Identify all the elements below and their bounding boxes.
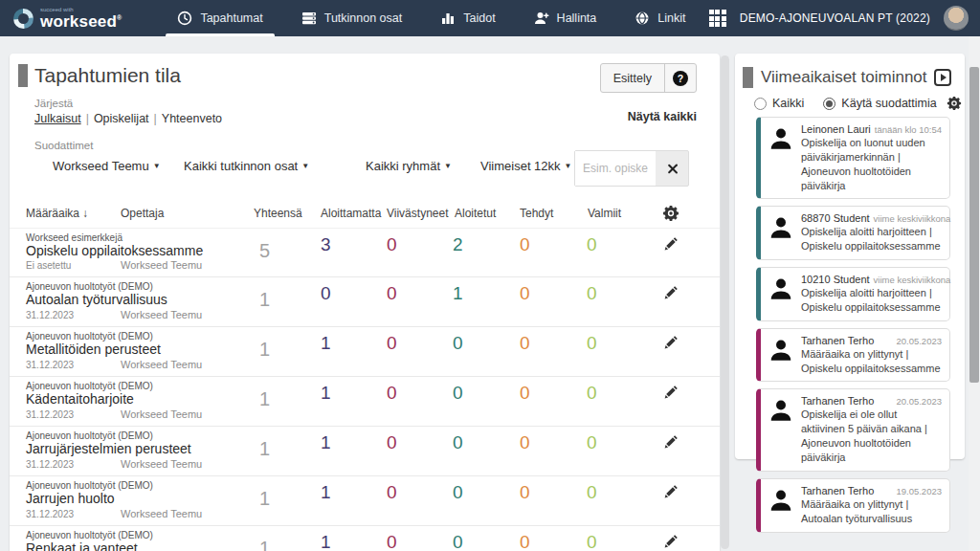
edit-pencil-icon[interactable] — [663, 385, 679, 400]
activity-user: Tarhanen Terho — [801, 395, 874, 407]
stat-delayed: 0 — [387, 533, 446, 551]
row-teacher: Workseed Teemu — [121, 309, 202, 320]
sort-option-opiskelijat[interactable]: Opiskelijat — [94, 112, 149, 125]
user-avatar[interactable] — [944, 6, 969, 31]
table-row[interactable]: Ajoneuvon huoltotyöt (DEMO) Metallitöide… — [10, 327, 720, 377]
sort-option-yhteenveto[interactable]: Yhteenveto — [162, 112, 222, 125]
panel-scrollbar-thumb[interactable] — [721, 55, 729, 549]
column-valmiit[interactable]: Valmiit — [588, 207, 621, 220]
stat-completed: 0 — [587, 334, 646, 353]
close-icon — [667, 164, 678, 174]
workseed-logo[interactable]: succeed with workseed® — [13, 7, 122, 30]
row-due-date: 31.12.2023 — [26, 409, 74, 420]
activity-user: 10210 Student — [801, 274, 870, 285]
stat-done: 0 — [520, 284, 579, 303]
edit-pencil-icon[interactable] — [663, 236, 679, 252]
person-silhouette-icon — [768, 398, 793, 423]
table-row[interactable]: Ajoneuvon huoltotyöt (DEMO) Renkaat ja v… — [10, 526, 720, 551]
apps-grid-icon[interactable] — [709, 10, 726, 27]
activity-card[interactable]: Tarhanen Terho20.05.2023 Määräaika on yl… — [756, 328, 950, 383]
column-aloittamatta[interactable]: Aloittamatta — [321, 207, 381, 220]
column-tehdyt[interactable]: Tehdyt — [520, 207, 553, 220]
stat-started: 0 — [453, 483, 512, 502]
activity-text: Opiskelija ei ole ollut aktiivinen 5 päi… — [801, 408, 942, 464]
nav-hallinta[interactable]: Hallinta — [515, 0, 616, 36]
table-settings-gear-icon[interactable] — [662, 205, 679, 222]
clock-icon — [177, 11, 192, 26]
edit-pencil-icon[interactable] — [663, 335, 679, 350]
column-maaraaika[interactable]: Määräaika↓ — [26, 207, 88, 220]
radio-kayta-suodattimia-label[interactable]: Käytä suodattimia — [841, 97, 936, 110]
stat-not-started: 1 — [321, 433, 380, 452]
activity-feed: Leinonen Lauritänään klo 10:54 Opiskelij… — [756, 117, 950, 540]
activity-settings-gear-icon[interactable] — [947, 96, 962, 111]
row-title: Autoalan työturvallisuus — [26, 292, 167, 307]
activity-user: Tarhanen Terho — [801, 485, 874, 496]
play-video-icon[interactable] — [934, 69, 951, 86]
page-scrollbar — [969, 36, 980, 551]
group-filter-dropdown[interactable]: Kaikki ryhmät▼ — [366, 159, 452, 173]
row-title: Metallitöiden perusteet — [26, 342, 161, 357]
nav-taidot[interactable]: Taidot — [421, 0, 514, 36]
nav-linkit[interactable]: Linkit — [615, 0, 704, 36]
help-button[interactable]: ? — [665, 64, 696, 92]
sort-option-julkaisut[interactable]: Julkaisut — [34, 112, 81, 125]
activity-card[interactable]: Tarhanen Terho20.05.2023 Opiskelija ei o… — [756, 388, 950, 471]
clear-search-button[interactable] — [656, 151, 688, 186]
activity-card[interactable]: Tarhanen Terho19.05.2023 Määräaika on yl… — [756, 478, 950, 533]
activity-card[interactable]: Leinonen Lauritänään klo 10:54 Opiskelij… — [756, 117, 950, 199]
row-due-date: 31.12.2023 — [26, 459, 74, 470]
table-row[interactable]: Workseed esimerkkejä Opiskelu oppilaitok… — [10, 228, 720, 277]
table-row[interactable]: Ajoneuvon huoltotyöt (DEMO) Jarrujen huo… — [10, 476, 720, 526]
person-silhouette-icon — [768, 276, 793, 301]
table-row[interactable]: Ajoneuvon huoltotyöt (DEMO) Kädentaitoha… — [10, 377, 720, 427]
radio-kaikki-label[interactable]: Kaikki — [772, 97, 804, 110]
row-title: Jarrujen huolto — [26, 491, 115, 506]
help-icon: ? — [673, 71, 688, 86]
radio-kaikki[interactable] — [754, 98, 767, 110]
column-viivastyneet[interactable]: Viivästyneet — [387, 207, 448, 220]
stat-done: 0 — [520, 483, 579, 502]
edit-pencil-icon[interactable] — [663, 484, 679, 499]
stat-delayed: 0 — [387, 433, 446, 452]
stat-not-started: 0 — [321, 284, 380, 303]
edit-pencil-icon[interactable] — [663, 434, 679, 450]
title-accent-block — [18, 64, 28, 87]
activity-user: Tarhanen Terho — [801, 335, 874, 346]
teacher-filter-dropdown[interactable]: Workseed Teemu▼ — [53, 159, 161, 173]
activity-card[interactable]: 68870 Studentviime keskiviikkona Opiskel… — [756, 206, 950, 260]
person-silhouette-icon — [768, 338, 793, 363]
module-filter-dropdown[interactable]: Kaikki tutkinnon osat▼ — [184, 159, 309, 173]
esittely-button[interactable]: Esittely — [601, 64, 665, 92]
table-row[interactable]: Ajoneuvon huoltotyöt (DEMO) Jarrujärjest… — [10, 427, 720, 476]
table-row[interactable]: Ajoneuvon huoltotyöt (DEMO) Autoalan työ… — [10, 277, 720, 327]
show-all-link[interactable]: Näytä kaikki — [628, 110, 697, 123]
radio-kayta-suodattimia[interactable] — [823, 98, 835, 110]
page-scrollbar-thumb[interactable] — [969, 67, 979, 383]
activity-time: 20.05.2023 — [896, 396, 942, 407]
chevron-down-icon: ▼ — [153, 162, 161, 170]
sort-desc-icon: ↓ — [82, 207, 88, 220]
top-navbar: succeed with workseed® Tapahtumat Tutkin… — [0, 0, 980, 36]
period-filter-dropdown[interactable]: Viimeiset 12kk▼ — [480, 159, 572, 173]
column-aloitetut[interactable]: Aloitetut — [455, 207, 496, 220]
row-due-date: 31.12.2023 — [26, 310, 74, 320]
edit-pencil-icon[interactable] — [663, 285, 679, 300]
nav-label: Tutkinnon osat — [324, 11, 403, 25]
nav-label: Linkit — [657, 11, 685, 25]
column-yhteensa[interactable]: Yhteensä — [254, 207, 302, 220]
intro-button-group: Esittely ? — [600, 63, 697, 93]
edit-pencil-icon[interactable] — [663, 534, 679, 549]
activity-text: Määräaika on ylittynyt | Opiskelu oppila… — [801, 347, 942, 376]
activity-time: 20.05.2023 — [896, 336, 942, 346]
nav-tutkinnon-osat[interactable]: Tutkinnon osat — [282, 0, 422, 36]
row-total: 1 — [239, 438, 270, 460]
search-input[interactable] — [575, 151, 656, 186]
nav-tapahtumat[interactable]: Tapahtumat — [158, 0, 281, 36]
stat-done: 0 — [520, 334, 579, 353]
column-opettaja[interactable]: Opettaja — [121, 207, 164, 220]
organization-selector[interactable]: DEMO-AJONEUVOALAN PT (2022) — [740, 11, 930, 25]
row-category: Ajoneuvon huoltotyöt (DEMO) — [26, 281, 153, 292]
row-title: Jarrujärjestelmien perusteet — [26, 441, 191, 456]
activity-card[interactable]: 10210 Studentviime keskiviikkona Opiskel… — [756, 267, 950, 321]
